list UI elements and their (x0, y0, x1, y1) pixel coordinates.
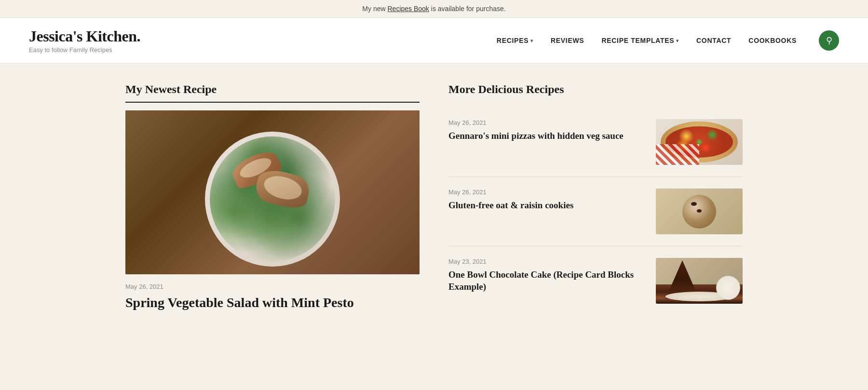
more-recipes-title: More Delicious Recipes (448, 83, 743, 96)
banner-text-after: is available for purchase. (429, 5, 506, 13)
nav-item-reviews[interactable]: REVIEWS (551, 37, 584, 44)
nav-item-recipes[interactable]: RECIPES ▾ (497, 37, 533, 44)
recipe-card-date: May 26, 2021 (448, 188, 573, 196)
recipes-dropdown-arrow: ▾ (530, 38, 533, 43)
site-subtitle: Easy to follow Family Recipes (29, 46, 140, 54)
search-icon: ⚲ (826, 35, 832, 46)
main-nav: RECIPES ▾ REVIEWS RECIPE TEMPLATES ▾ CON… (497, 30, 839, 51)
nav-item-recipe-templates[interactable]: RECIPE TEMPLATES ▾ (601, 37, 679, 44)
nav-item-contact[interactable]: CONTACT (696, 37, 731, 44)
recipe-card-date: May 23, 2021 (448, 258, 646, 265)
site-title: Jessica's Kitchen. (29, 27, 140, 45)
recipe-card-title[interactable]: One Bowl Chocolate Cake (Recipe Card Blo… (448, 269, 646, 293)
newest-recipe-date: May 26, 2021 (125, 283, 420, 290)
recipe-card-title[interactable]: Gennaro's mini pizzas with hidden veg sa… (448, 130, 624, 142)
newest-recipe-section: My Newest Recipe May 26, 2021 Spring Veg… (125, 83, 420, 315)
recipe-card: May 26, 2021 Gluten-free oat & raisin co… (448, 177, 743, 246)
banner-text-before: My new (362, 5, 387, 13)
site-header: Jessica's Kitchen. Easy to follow Family… (0, 18, 868, 64)
nav-item-cookbooks[interactable]: COOKBOOKS (748, 37, 797, 44)
top-banner: My new Recipes Book is available for pur… (0, 0, 868, 18)
newest-recipe-title: My Newest Recipe (125, 83, 420, 103)
main-content: My Newest Recipe May 26, 2021 Spring Veg… (96, 64, 772, 335)
newest-recipe-post-title[interactable]: Spring Vegetable Salad with Mint Pesto (125, 294, 420, 311)
recipe-card: May 26, 2021 Gennaro's mini pizzas with … (448, 108, 743, 177)
recipe-thumbnail-pizza[interactable] (656, 119, 743, 165)
recipe-templates-dropdown-arrow: ▾ (676, 38, 679, 43)
recipe-card-date: May 26, 2021 (448, 119, 624, 126)
recipe-card: May 23, 2021 One Bowl Chocolate Cake (Re… (448, 246, 743, 315)
more-recipes-section: More Delicious Recipes May 26, 2021 Genn… (448, 83, 743, 315)
recipe-card-text: May 23, 2021 One Bowl Chocolate Cake (Re… (448, 258, 646, 293)
recipe-card-title[interactable]: Gluten-free oat & raisin cookies (448, 200, 573, 212)
featured-image[interactable] (125, 110, 420, 274)
search-button[interactable]: ⚲ (819, 30, 839, 51)
logo-area[interactable]: Jessica's Kitchen. Easy to follow Family… (29, 27, 140, 54)
banner-link[interactable]: Recipes Book (387, 5, 429, 13)
recipe-card-text: May 26, 2021 Gluten-free oat & raisin co… (448, 188, 573, 212)
recipe-thumbnail-cake[interactable] (656, 258, 743, 304)
recipe-thumbnail-cookie[interactable] (656, 188, 743, 234)
recipe-card-text: May 26, 2021 Gennaro's mini pizzas with … (448, 119, 624, 142)
